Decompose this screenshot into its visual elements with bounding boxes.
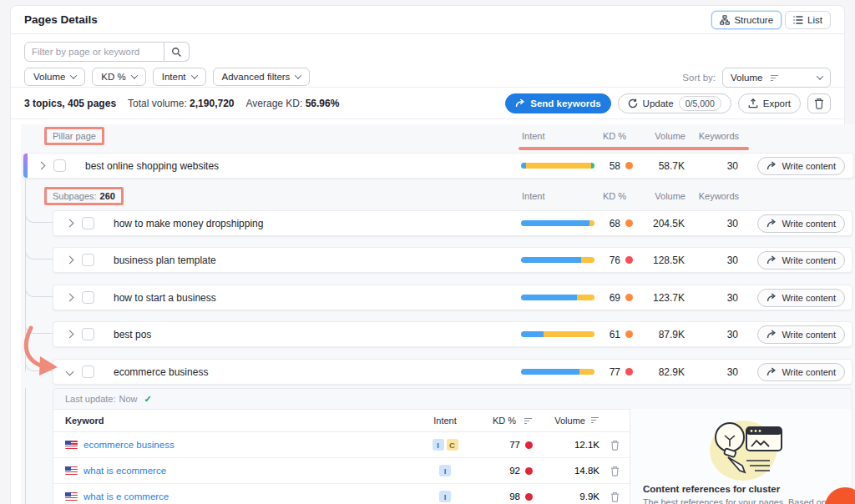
row-title: best online shopping websites <box>85 160 219 172</box>
intent-badge-i: I <box>433 439 444 451</box>
keyword-link[interactable]: ecommerce business <box>83 440 175 450</box>
keyword-link[interactable]: what is ecommerce <box>83 466 166 476</box>
row-checkbox[interactable] <box>82 365 94 378</box>
kd-difficulty-dot <box>625 256 633 264</box>
write-content-button[interactable]: Write content <box>757 325 845 344</box>
volume-value: 123.7K <box>633 292 685 304</box>
view-toggle: Structure List <box>711 11 831 29</box>
total-volume: Total volume: 2,190,720 <box>128 98 234 109</box>
keywords-count: 30 <box>685 255 738 266</box>
filter-dropdown-label: Volume <box>33 72 65 82</box>
kd-difficulty-dot <box>525 467 533 475</box>
keywords-count: 30 <box>685 366 738 378</box>
kd-column: 98 <box>470 491 533 501</box>
delete-keyword-button[interactable] <box>600 440 630 451</box>
kw-col-volume[interactable]: Volume <box>533 416 600 426</box>
kd-value: 77 <box>509 440 520 450</box>
chevron-right-icon[interactable] <box>66 219 74 228</box>
delete-keyword-button[interactable] <box>600 466 630 476</box>
tree-branch-line <box>25 280 53 297</box>
kd-value: 77 <box>610 366 620 378</box>
write-content-button[interactable]: Write content <box>757 251 845 270</box>
write-content-button[interactable]: Write content <box>757 214 845 233</box>
write-content-button[interactable]: Write content <box>757 289 845 307</box>
col-intent-header: Intent <box>522 191 595 201</box>
tree-branch-line <box>25 206 53 223</box>
pillar-page-annotation-box: Pillar page <box>44 127 104 145</box>
intent-badge-c: C <box>447 439 458 451</box>
chevron-down-icon <box>295 72 301 78</box>
chevron-right-icon[interactable] <box>38 162 46 170</box>
row-checkbox[interactable] <box>82 328 94 340</box>
structure-view-button[interactable]: Structure <box>711 11 782 29</box>
pillar-header-row: Pillar page Intent KD % Volume Keywords <box>21 126 855 146</box>
row-title: business plan template <box>114 255 216 266</box>
volume-value: 82.9K <box>633 366 685 378</box>
update-quota-badge: 0/5,000 <box>679 96 721 111</box>
us-flag-icon <box>65 441 78 449</box>
filter-dropdown-label: Advanced filters <box>222 72 291 82</box>
keywords-count: 30 <box>685 160 738 172</box>
export-button[interactable]: Export <box>738 93 801 113</box>
write-content-label: Write content <box>782 293 836 303</box>
intent-bar <box>521 220 594 226</box>
send-keywords-button[interactable]: Send keywords <box>505 93 610 113</box>
search-input[interactable] <box>24 42 164 62</box>
references-description: The best references for your pages. Base… <box>643 496 839 504</box>
panel-header: Pages Details Structure List <box>11 6 844 34</box>
chevron-right-icon[interactable] <box>66 330 74 339</box>
filter-dropdowns: VolumeKD %IntentAdvanced filters <box>24 68 310 86</box>
write-content-arrow-icon <box>766 219 777 228</box>
subpage-row[interactable]: how to start a business69123.7K30Write c… <box>53 285 852 310</box>
intent-bar <box>521 257 594 263</box>
kd-column: 92 <box>470 466 533 476</box>
delete-button[interactable] <box>807 93 831 113</box>
pillar-page-row[interactable]: best online shopping websites5858.7K30Wr… <box>23 153 854 179</box>
subpage-row[interactable]: business plan template76128.5K30Write co… <box>53 247 852 273</box>
chevron-right-icon[interactable] <box>66 294 74 302</box>
kd-column: 77 <box>470 440 533 450</box>
col-intent-header: Intent <box>522 131 595 141</box>
intent-column <box>521 331 594 337</box>
chevron-down-icon[interactable] <box>66 368 74 376</box>
subpage-row[interactable]: best pos6187.9K30Write content <box>53 321 852 347</box>
chevron-right-icon[interactable] <box>66 256 74 265</box>
row-title: ecommerce business <box>114 366 208 378</box>
filter-dropdown-intent[interactable]: Intent <box>153 68 206 86</box>
kd-column: 69 <box>594 292 633 304</box>
row-checkbox[interactable] <box>82 217 94 229</box>
delete-keyword-button[interactable] <box>600 491 630 502</box>
volume-value: 12.1K <box>533 440 600 450</box>
filter-dropdown-kd-[interactable]: KD % <box>92 68 145 86</box>
filter-dropdown-volume[interactable]: Volume <box>24 68 85 86</box>
tree-branch-line <box>25 317 53 334</box>
search-icon <box>171 47 182 58</box>
subpage-row[interactable]: how to make money dropshipping68204.5K30… <box>53 210 852 236</box>
keywords-count: 30 <box>685 329 738 340</box>
intent-bar <box>521 295 594 300</box>
kw-col-kd[interactable]: KD % <box>470 416 533 426</box>
subpage-row[interactable]: ecommerce business7782.9K30Write content <box>53 359 852 385</box>
kd-difficulty-dot <box>525 493 533 501</box>
row-checkbox[interactable] <box>82 291 94 304</box>
keyword-link[interactable]: what is e commerce <box>83 491 169 501</box>
keyword-row: what is e commerceI989.9K <box>53 484 630 504</box>
list-view-button[interactable]: List <box>785 11 831 29</box>
kd-value: 98 <box>509 491 520 501</box>
write-content-arrow-icon <box>766 293 777 302</box>
volume-value: 128.5K <box>633 255 685 266</box>
chevron-down-icon <box>190 72 197 78</box>
filter-dropdown-advanced-filters[interactable]: Advanced filters <box>213 68 311 86</box>
update-button[interactable]: Update 0/5,000 <box>618 93 731 113</box>
write-content-button[interactable]: Write content <box>757 157 845 175</box>
average-kd: Average KD: 56.96% <box>246 98 340 109</box>
row-checkbox[interactable] <box>53 159 66 172</box>
write-content-arrow-icon <box>766 367 777 376</box>
row-checkbox[interactable] <box>82 254 94 266</box>
write-content-button[interactable]: Write content <box>757 363 845 381</box>
check-icon: ✓ <box>144 394 152 405</box>
chevron-down-icon <box>131 72 138 78</box>
sort-select[interactable]: Volume <box>722 68 831 88</box>
kw-col-intent: Intent <box>420 416 470 426</box>
search-button[interactable] <box>164 42 190 62</box>
